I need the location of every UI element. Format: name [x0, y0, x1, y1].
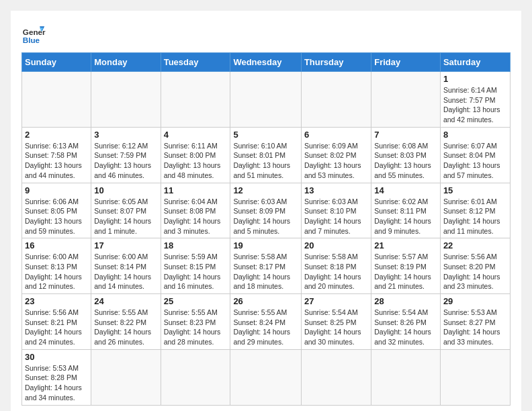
day-info: Sunrise: 5:54 AM Sunset: 8:26 PM Dayligh… — [374, 308, 437, 347]
calendar-day-cell: 22Sunrise: 5:56 AM Sunset: 8:20 PM Dayli… — [440, 238, 510, 294]
day-number: 17 — [94, 240, 157, 250]
calendar-day-cell — [161, 349, 230, 405]
day-number: 21 — [374, 240, 437, 250]
svg-text:Blue: Blue — [23, 36, 40, 44]
day-info: Sunrise: 6:04 AM Sunset: 8:08 PM Dayligh… — [164, 197, 228, 236]
weekday-header: Wednesday — [230, 53, 302, 72]
day-info: Sunrise: 5:56 AM Sunset: 8:20 PM Dayligh… — [443, 252, 507, 291]
page: General Blue SundayMondayTuesdayWednesda… — [11, 11, 521, 411]
weekday-header: Sunday — [22, 53, 91, 72]
calendar-day-cell — [22, 72, 91, 128]
day-info: Sunrise: 6:07 AM Sunset: 8:04 PM Dayligh… — [443, 141, 507, 181]
calendar-day-cell — [440, 349, 510, 405]
day-number: 6 — [304, 130, 368, 140]
day-info: Sunrise: 5:55 AM Sunset: 8:24 PM Dayligh… — [233, 308, 298, 347]
calendar-day-cell — [371, 349, 441, 405]
calendar-day-cell: 13Sunrise: 6:03 AM Sunset: 8:10 PM Dayli… — [301, 183, 371, 238]
day-number: 25 — [164, 296, 228, 306]
day-number: 18 — [164, 240, 228, 250]
day-number: 13 — [304, 185, 368, 195]
calendar-day-cell: 2Sunrise: 6:13 AM Sunset: 7:58 PM Daylig… — [22, 127, 91, 183]
day-number: 15 — [443, 185, 507, 195]
day-info: Sunrise: 6:13 AM Sunset: 7:58 PM Dayligh… — [25, 141, 88, 181]
day-number: 28 — [374, 296, 437, 306]
day-info: Sunrise: 6:05 AM Sunset: 8:07 PM Dayligh… — [94, 197, 157, 236]
day-info: Sunrise: 5:57 AM Sunset: 8:19 PM Dayligh… — [374, 252, 437, 291]
day-info: Sunrise: 6:03 AM Sunset: 8:09 PM Dayligh… — [233, 197, 298, 236]
calendar-day-cell — [161, 72, 230, 128]
day-number: 12 — [233, 185, 298, 195]
day-number: 24 — [94, 296, 157, 306]
calendar-day-cell: 16Sunrise: 6:00 AM Sunset: 8:13 PM Dayli… — [22, 238, 91, 294]
day-number: 11 — [164, 185, 228, 195]
calendar-day-cell — [301, 349, 371, 405]
logo-icon: General Blue — [21, 21, 46, 46]
day-info: Sunrise: 6:02 AM Sunset: 8:11 PM Dayligh… — [374, 197, 437, 236]
day-number: 20 — [304, 240, 368, 250]
day-number: 29 — [443, 296, 507, 306]
weekday-header: Friday — [371, 53, 441, 72]
calendar-day-cell: 29Sunrise: 5:53 AM Sunset: 8:27 PM Dayli… — [440, 294, 510, 350]
day-number: 23 — [25, 296, 88, 306]
day-info: Sunrise: 6:00 AM Sunset: 8:13 PM Dayligh… — [25, 252, 88, 291]
calendar-day-cell: 10Sunrise: 6:05 AM Sunset: 8:07 PM Dayli… — [91, 183, 161, 238]
calendar-day-cell: 17Sunrise: 6:00 AM Sunset: 8:14 PM Dayli… — [91, 238, 161, 294]
day-number: 19 — [233, 240, 298, 250]
day-number: 4 — [164, 130, 228, 140]
day-info: Sunrise: 5:53 AM Sunset: 8:28 PM Dayligh… — [25, 363, 88, 403]
day-number: 3 — [94, 130, 157, 140]
calendar-week-row: 16Sunrise: 6:00 AM Sunset: 8:13 PM Dayli… — [22, 238, 511, 294]
day-number: 22 — [443, 240, 507, 250]
calendar-week-row: 23Sunrise: 5:56 AM Sunset: 8:21 PM Dayli… — [22, 294, 511, 350]
day-info: Sunrise: 6:08 AM Sunset: 8:03 PM Dayligh… — [374, 141, 437, 181]
calendar-day-cell: 27Sunrise: 5:54 AM Sunset: 8:25 PM Dayli… — [301, 294, 371, 350]
weekday-header: Monday — [91, 53, 161, 72]
calendar-day-cell — [301, 72, 371, 128]
day-number: 8 — [443, 130, 507, 140]
calendar-day-cell — [91, 72, 161, 128]
day-info: Sunrise: 6:06 AM Sunset: 8:05 PM Dayligh… — [25, 197, 88, 236]
day-number: 30 — [25, 352, 88, 362]
day-number: 5 — [233, 130, 298, 140]
logo: General Blue — [21, 21, 48, 46]
calendar-day-cell: 24Sunrise: 5:55 AM Sunset: 8:22 PM Dayli… — [91, 294, 161, 350]
day-info: Sunrise: 5:56 AM Sunset: 8:21 PM Dayligh… — [25, 308, 88, 347]
calendar-day-cell: 18Sunrise: 5:59 AM Sunset: 8:15 PM Dayli… — [161, 238, 230, 294]
calendar-day-cell — [91, 349, 161, 405]
calendar-day-cell: 4Sunrise: 6:11 AM Sunset: 8:00 PM Daylig… — [161, 127, 230, 183]
day-info: Sunrise: 5:53 AM Sunset: 8:27 PM Dayligh… — [443, 308, 507, 347]
calendar-week-row: 9Sunrise: 6:06 AM Sunset: 8:05 PM Daylig… — [22, 183, 511, 238]
weekday-header: Tuesday — [161, 53, 230, 72]
day-number: 7 — [374, 130, 437, 140]
day-number: 2 — [25, 130, 88, 140]
weekday-header: Saturday — [440, 53, 510, 72]
calendar-day-cell: 19Sunrise: 5:58 AM Sunset: 8:17 PM Dayli… — [230, 238, 302, 294]
calendar-day-cell: 28Sunrise: 5:54 AM Sunset: 8:26 PM Dayli… — [371, 294, 441, 350]
calendar-day-cell: 12Sunrise: 6:03 AM Sunset: 8:09 PM Dayli… — [230, 183, 302, 238]
calendar-day-cell — [230, 349, 302, 405]
calendar-day-cell: 3Sunrise: 6:12 AM Sunset: 7:59 PM Daylig… — [91, 127, 161, 183]
day-info: Sunrise: 5:58 AM Sunset: 8:18 PM Dayligh… — [304, 252, 368, 291]
day-info: Sunrise: 5:55 AM Sunset: 8:22 PM Dayligh… — [94, 308, 157, 347]
calendar-day-cell: 15Sunrise: 6:01 AM Sunset: 8:12 PM Dayli… — [440, 183, 510, 238]
calendar-week-row: 30Sunrise: 5:53 AM Sunset: 8:28 PM Dayli… — [22, 349, 511, 405]
calendar-day-cell: 30Sunrise: 5:53 AM Sunset: 8:28 PM Dayli… — [22, 349, 91, 405]
day-info: Sunrise: 6:00 AM Sunset: 8:14 PM Dayligh… — [94, 252, 157, 291]
calendar-day-cell: 9Sunrise: 6:06 AM Sunset: 8:05 PM Daylig… — [22, 183, 91, 238]
calendar-day-cell: 21Sunrise: 5:57 AM Sunset: 8:19 PM Dayli… — [371, 238, 441, 294]
day-number: 27 — [304, 296, 368, 306]
calendar-day-cell: 26Sunrise: 5:55 AM Sunset: 8:24 PM Dayli… — [230, 294, 302, 350]
day-info: Sunrise: 6:14 AM Sunset: 7:57 PM Dayligh… — [443, 85, 507, 125]
day-number: 1 — [443, 74, 507, 84]
day-number: 14 — [374, 185, 437, 195]
calendar-day-cell: 6Sunrise: 6:09 AM Sunset: 8:02 PM Daylig… — [301, 127, 371, 183]
day-info: Sunrise: 6:03 AM Sunset: 8:10 PM Dayligh… — [304, 197, 368, 236]
day-info: Sunrise: 5:58 AM Sunset: 8:17 PM Dayligh… — [233, 252, 298, 291]
calendar-day-cell — [371, 72, 441, 128]
calendar-day-cell — [230, 72, 302, 128]
calendar-day-cell: 20Sunrise: 5:58 AM Sunset: 8:18 PM Dayli… — [301, 238, 371, 294]
day-info: Sunrise: 5:55 AM Sunset: 8:23 PM Dayligh… — [164, 308, 228, 347]
calendar-day-cell: 7Sunrise: 6:08 AM Sunset: 8:03 PM Daylig… — [371, 127, 441, 183]
weekday-header: Thursday — [301, 53, 371, 72]
day-info: Sunrise: 6:01 AM Sunset: 8:12 PM Dayligh… — [443, 197, 507, 236]
